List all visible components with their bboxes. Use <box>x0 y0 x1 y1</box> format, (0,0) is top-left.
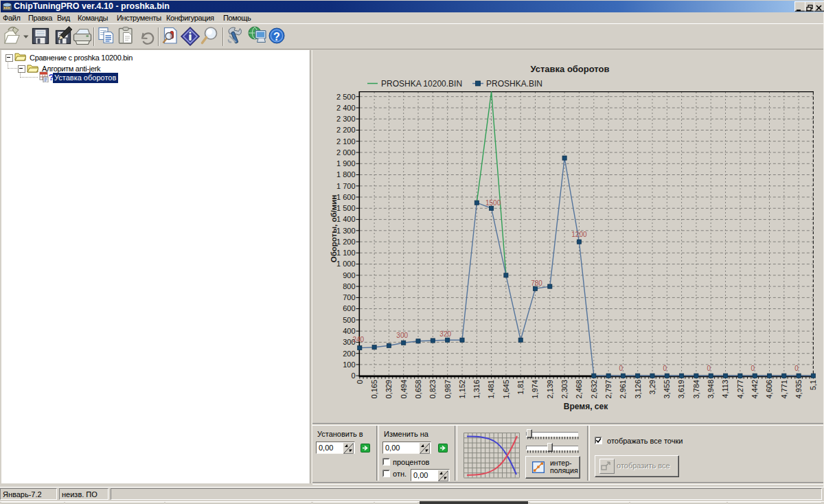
svg-text:1,152: 1,152 <box>458 380 466 399</box>
svg-text:320: 320 <box>439 330 451 338</box>
svg-text:1,645: 1,645 <box>502 380 510 399</box>
svg-text:?: ? <box>273 31 280 43</box>
svg-text:0,494: 0,494 <box>400 380 408 399</box>
svg-text:2,139: 2,139 <box>546 380 554 399</box>
svg-text:1 100: 1 100 <box>336 249 356 257</box>
svg-text:900: 900 <box>343 271 355 279</box>
svg-text:100: 100 <box>343 360 355 369</box>
svg-text:2 500: 2 500 <box>336 93 356 101</box>
svg-text:240: 240 <box>352 336 364 343</box>
svg-text:1 300: 1 300 <box>336 227 356 235</box>
svg-text:3,948: 3,948 <box>707 380 715 399</box>
svg-text:2 400: 2 400 <box>336 104 356 112</box>
svg-text:1,316: 1,316 <box>472 380 481 399</box>
svg-text:1 800: 1 800 <box>336 170 356 179</box>
svg-text:3,784: 3,784 <box>692 380 700 399</box>
svg-text:4,113: 4,113 <box>721 380 729 398</box>
svg-text:1 600: 1 600 <box>336 193 356 201</box>
svg-text:1 500: 1 500 <box>336 204 356 212</box>
svg-text:1200: 1200 <box>571 231 587 238</box>
svg-text:0,658: 0,658 <box>414 380 422 399</box>
svg-text:3,619: 3,619 <box>677 380 685 399</box>
svg-text:0: 0 <box>707 365 711 372</box>
svg-text:2,632: 2,632 <box>590 380 598 399</box>
svg-text:0,329: 0,329 <box>385 380 393 399</box>
svg-text:4,771: 4,771 <box>780 380 788 399</box>
svg-text:2,468: 2,468 <box>575 380 583 399</box>
svg-text:Уставка оборотов: Уставка оборотов <box>530 64 609 74</box>
svg-text:1 700: 1 700 <box>336 182 356 190</box>
svg-text:2,961: 2,961 <box>619 380 627 399</box>
svg-text:700: 700 <box>343 293 355 301</box>
svg-text:400: 400 <box>343 327 355 335</box>
svg-text:3,126: 3,126 <box>634 380 642 399</box>
svg-text:1 200: 1 200 <box>336 238 356 246</box>
svg-text:4,606: 4,606 <box>765 380 773 399</box>
svg-text:1 900: 1 900 <box>336 159 356 168</box>
svg-text:300: 300 <box>396 332 408 339</box>
svg-text:3,29: 3,29 <box>648 380 656 394</box>
svg-text:2,303: 2,303 <box>560 380 569 399</box>
svg-text:PROSHKA.BIN: PROSHKA.BIN <box>486 79 542 89</box>
svg-text:1 000: 1 000 <box>336 260 356 268</box>
svg-text:2 100: 2 100 <box>336 137 356 146</box>
svg-text:2,797: 2,797 <box>604 380 613 399</box>
svg-text:0: 0 <box>751 365 755 372</box>
svg-text:0,823: 0,823 <box>428 380 437 399</box>
svg-text:0: 0 <box>794 365 799 372</box>
svg-text:Время, сек: Время, сек <box>564 402 608 411</box>
svg-text:0: 0 <box>356 380 364 384</box>
svg-text:0,165: 0,165 <box>370 380 378 399</box>
svg-text:PROSHKA 10200.BIN: PROSHKA 10200.BIN <box>381 79 462 89</box>
svg-text:800: 800 <box>343 282 355 290</box>
svg-text:2 000: 2 000 <box>336 148 356 157</box>
svg-text:Обороты, об/мин: Обороты, об/мин <box>330 195 338 263</box>
svg-text:4,442: 4,442 <box>751 380 759 399</box>
svg-text:780: 780 <box>531 279 542 287</box>
svg-text:0,987: 0,987 <box>444 380 452 399</box>
svg-text:1,81: 1,81 <box>516 380 525 394</box>
svg-text:1,481: 1,481 <box>487 380 495 399</box>
svg-text:1,974: 1,974 <box>531 380 539 399</box>
svg-text:200: 200 <box>343 350 355 358</box>
svg-text:4,935: 4,935 <box>794 380 803 399</box>
svg-text:4,277: 4,277 <box>736 380 744 399</box>
svg-text:2 200: 2 200 <box>336 126 356 134</box>
svg-text:5,1: 5,1 <box>809 380 817 390</box>
svg-text:1 400: 1 400 <box>336 215 356 223</box>
svg-text:3,455: 3,455 <box>663 380 671 399</box>
svg-text:0: 0 <box>619 365 623 372</box>
svg-text:0: 0 <box>663 365 667 372</box>
svg-text:1500: 1500 <box>485 199 501 207</box>
svg-text:600: 600 <box>343 304 355 312</box>
svg-text:500: 500 <box>343 316 355 324</box>
svg-text:2 300: 2 300 <box>336 115 356 123</box>
svg-text:0: 0 <box>351 371 355 380</box>
